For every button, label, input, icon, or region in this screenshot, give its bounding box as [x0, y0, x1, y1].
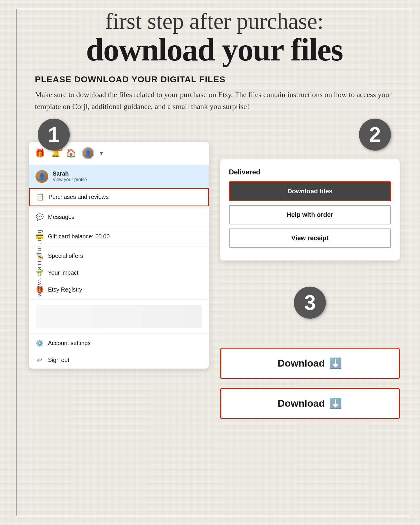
- menu-item-purchases[interactable]: 📋 Purchases and reviews: [29, 188, 209, 206]
- step-1-number: 1: [38, 119, 70, 151]
- big-title: download your files: [23, 34, 405, 66]
- purchases-icon: 📋: [36, 193, 44, 201]
- top-border: [16, 9, 411, 9]
- download-button-2[interactable]: Download ⬇️: [220, 388, 400, 419]
- menu-item-impact-label: Your impact: [48, 269, 78, 276]
- menu-item-specialoffers[interactable]: 🏷️ Special offers: [29, 248, 209, 265]
- view-receipt-button[interactable]: View receipt: [229, 228, 391, 248]
- menu-item-accountsettings[interactable]: ⚙️ Account settings: [29, 335, 209, 352]
- header-section: first step after purchase: download your…: [23, 9, 405, 66]
- menu-item-signout[interactable]: ↩ Sign out: [29, 352, 209, 369]
- menu-divider-3: [29, 246, 209, 247]
- intro-body: Make sure to download the files related …: [35, 89, 394, 113]
- menu-divider-4: [29, 299, 209, 300]
- order-panel: Delivered Download files Help with order…: [220, 159, 400, 260]
- menu-item-giftcard[interactable]: 💳 Gift card balance: €0.00: [29, 228, 209, 245]
- steps-row: 1 🎁 🔔 50 🏠 👤 ▾: [23, 127, 405, 419]
- download-button-1[interactable]: Download ⬇️: [220, 348, 400, 379]
- vertical-watermark: www.marryful.org: [35, 228, 43, 297]
- menu-item-purchases-label: Purchases and reviews: [49, 194, 109, 200]
- download-label-1: Download: [278, 358, 325, 369]
- step-3-section: 3 Download ⬇️ Download ⬇️: [220, 278, 400, 419]
- menu-item-specialoffers-label: Special offers: [48, 253, 83, 259]
- profile-mini-avatar: 👤: [35, 170, 48, 183]
- menu-item-registry[interactable]: 🎁 Etsy Registry: [29, 281, 209, 298]
- right-border: [411, 9, 411, 516]
- profile-name: Sarah: [53, 170, 87, 177]
- signout-icon: ↩: [35, 356, 44, 364]
- menu-item-accountsettings-label: Account settings: [48, 340, 91, 347]
- menu-item-impact[interactable]: 🌱 Your impact: [29, 265, 209, 281]
- menu-item-signout-label: Sign out: [48, 357, 69, 363]
- menu-divider-2: [29, 227, 209, 227]
- delivered-label: Delivered: [229, 168, 391, 176]
- download-cloud-icon-2: ⬇️: [329, 397, 342, 410]
- bottom-border: [16, 516, 411, 516]
- download-cloud-icon-1: ⬇️: [329, 357, 342, 369]
- menu-divider-5: [29, 333, 209, 334]
- intro-section: PLEASE DOWNLOAD YOUR DIGITAL FILES Make …: [23, 74, 405, 113]
- profile-avatar-topbar: 👤: [82, 147, 94, 159]
- settings-icon: ⚙️: [35, 340, 44, 347]
- step-1-column: 1 🎁 🔔 50 🏠 👤 ▾: [29, 127, 209, 419]
- gift-icon: 🎁: [35, 148, 45, 158]
- menu-list: 📋 Purchases and reviews 💬 Messages 💳 Gif…: [29, 188, 209, 369]
- main-content: first step after purchase: download your…: [23, 0, 405, 419]
- profile-sub-label: View your profile: [53, 177, 87, 182]
- menu-item-giftcard-label: Gift card balance: €0.00: [48, 233, 110, 240]
- download-label-2: Download: [278, 398, 325, 409]
- menu-item-messages[interactable]: 💬 Messages: [29, 209, 209, 226]
- download-files-button[interactable]: Download files: [229, 181, 391, 201]
- order-stub: [29, 301, 209, 332]
- help-with-order-button[interactable]: Help with order: [229, 205, 391, 224]
- etsy-dropdown-mock: 🎁 🔔 50 🏠 👤 ▾ 👤: [29, 142, 209, 369]
- etsy-profile-row: 👤 Sarah View your profile: [29, 165, 209, 188]
- step-3-number-wrapper: 3: [220, 278, 400, 319]
- intro-heading: PLEASE DOWNLOAD YOUR DIGITAL FILES: [35, 74, 394, 84]
- messages-icon: 💬: [35, 213, 44, 221]
- profile-info: Sarah View your profile: [53, 170, 87, 182]
- left-border: [16, 9, 17, 516]
- menu-item-messages-label: Messages: [48, 214, 74, 220]
- menu-item-registry-label: Etsy Registry: [48, 286, 82, 293]
- step-2-column: 2 Delivered Download files Help with ord…: [220, 127, 400, 419]
- step-3-number: 3: [294, 287, 326, 319]
- menu-divider-1: [29, 207, 209, 208]
- handwritten-title: first step after purchase:: [23, 9, 405, 34]
- cart-icon: 🏠: [66, 148, 76, 158]
- step-2-number: 2: [359, 119, 391, 151]
